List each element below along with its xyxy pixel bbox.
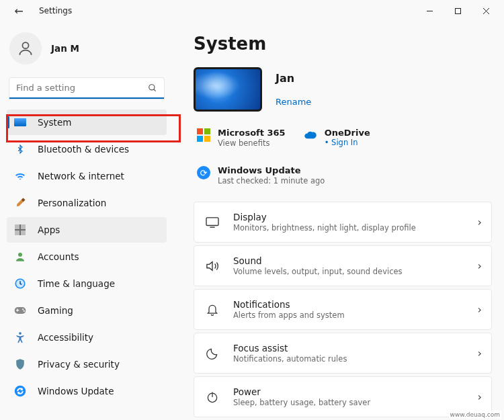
svg-point-11	[24, 310, 25, 312]
windows-update-icon: ⟳	[196, 165, 211, 180]
back-button[interactable]: ←	[11, 5, 27, 17]
sound-icon	[204, 257, 221, 275]
card-title: Display	[233, 212, 478, 222]
svg-point-7	[18, 253, 22, 257]
nav-label: Apps	[38, 224, 60, 235]
ms365-title: Microsoft 365	[218, 128, 286, 138]
onedrive-status[interactable]: OneDrive • Sign In	[303, 128, 370, 148]
sidebar-item-windows-update[interactable]: Windows Update	[7, 378, 167, 404]
card-sound[interactable]: SoundVolume levels, output, input, sound…	[194, 245, 492, 286]
ms365-icon	[196, 128, 211, 142]
nav-label: Network & internet	[38, 171, 124, 181]
gaming-icon	[13, 304, 27, 317]
svg-point-13	[15, 386, 26, 397]
nav-label: Personalization	[38, 198, 106, 208]
card-notifications[interactable]: NotificationsAlerts from apps and system…	[194, 289, 492, 330]
window-title: Settings	[39, 6, 72, 15]
svg-point-10	[22, 308, 24, 310]
ms365-status[interactable]: Microsoft 365 View benefits	[196, 128, 286, 148]
card-title: Notifications	[233, 299, 478, 310]
sidebar-item-apps[interactable]: Apps	[7, 217, 167, 243]
onedrive-signin[interactable]: • Sign In	[325, 138, 370, 147]
brush-icon	[13, 196, 27, 210]
device-summary: Jan Rename	[194, 67, 492, 112]
display-icon	[204, 214, 221, 231]
device-name: Jan	[276, 72, 311, 85]
nav-label: Bluetooth & devices	[38, 144, 129, 155]
watermark: www.deuaq.com	[449, 411, 501, 419]
svg-point-5	[149, 85, 155, 90]
close-button[interactable]	[472, 1, 500, 20]
sidebar-item-accessibility[interactable]: Accessibility	[7, 325, 167, 350]
sidebar-item-system[interactable]: System	[7, 110, 167, 135]
update-icon	[13, 384, 27, 398]
apps-icon	[13, 223, 27, 237]
search-input[interactable]	[9, 78, 164, 99]
system-icon	[13, 116, 27, 129]
avatar	[9, 32, 42, 65]
card-sub: Sleep, battery usage, battery saver	[233, 398, 478, 407]
chevron-right-icon: ›	[478, 390, 482, 403]
moon-icon	[204, 345, 221, 362]
card-title: Focus assist	[233, 343, 478, 353]
card-title: Sound	[233, 255, 478, 266]
card-power[interactable]: PowerSleep, battery usage, battery saver…	[194, 376, 492, 417]
bluetooth-icon	[13, 142, 27, 156]
rename-link[interactable]: Rename	[276, 97, 311, 107]
svg-point-12	[19, 332, 22, 335]
card-sub: Alerts from apps and system	[233, 310, 478, 320]
accounts-icon	[13, 250, 27, 263]
chevron-right-icon: ›	[478, 347, 482, 360]
nav-label: Accounts	[38, 251, 79, 262]
sidebar-item-accounts[interactable]: Accounts	[7, 244, 167, 269]
main-content: System Jan Rename Microsoft 365 View ben…	[173, 22, 504, 420]
user-name: Jan M	[51, 43, 79, 54]
clock-icon	[13, 277, 27, 290]
wifi-icon	[13, 169, 27, 183]
sidebar-item-network[interactable]: Network & internet	[7, 163, 167, 189]
search-box[interactable]	[9, 78, 164, 99]
maximize-button[interactable]	[444, 1, 472, 20]
svg-rect-14	[206, 217, 218, 225]
svg-line-6	[154, 89, 156, 91]
card-sub: Volume levels, output, input, sound devi…	[233, 267, 478, 276]
card-sub: Monitors, brightness, night light, displ…	[233, 223, 478, 233]
nav-label: Gaming	[38, 305, 73, 316]
search-icon	[148, 83, 157, 93]
profile-block[interactable]: Jan M	[9, 32, 164, 65]
card-focus-assist[interactable]: Focus assistNotifications, automatic rul…	[194, 333, 492, 374]
sidebar-item-bluetooth[interactable]: Bluetooth & devices	[7, 136, 167, 162]
svg-rect-1	[455, 8, 460, 13]
ms365-sub: View benefits	[218, 138, 286, 148]
wu-sub: Last checked: 1 minute ago	[218, 176, 325, 185]
device-wallpaper-thumb[interactable]	[194, 67, 262, 112]
bell-icon	[204, 301, 221, 319]
nav-label: Time & language	[38, 278, 115, 289]
sidebar-item-time[interactable]: Time & language	[7, 271, 167, 296]
onedrive-icon	[303, 128, 318, 142]
chevron-right-icon: ›	[478, 259, 482, 272]
wu-title: Windows Update	[218, 165, 325, 175]
sidebar: Jan M System Bluetooth & devices	[0, 22, 173, 420]
nav-label: System	[38, 117, 71, 128]
card-display[interactable]: DisplayMonitors, brightness, night light…	[194, 202, 492, 243]
card-title: Power	[233, 386, 478, 397]
accessibility-icon	[13, 331, 27, 344]
card-sub: Notifications, automatic rules	[233, 354, 478, 364]
windows-update-status[interactable]: ⟳ Windows Update Last checked: 1 minute …	[196, 165, 492, 185]
power-icon	[204, 388, 221, 406]
onedrive-title: OneDrive	[325, 128, 370, 138]
nav-label: Accessibility	[38, 332, 93, 343]
minimize-button[interactable]	[415, 1, 444, 20]
nav-list: System Bluetooth & devices Network & int…	[7, 110, 167, 404]
nav-label: Privacy & security	[38, 359, 120, 370]
shield-icon	[13, 358, 27, 371]
nav-label: Windows Update	[38, 386, 114, 396]
sidebar-item-privacy[interactable]: Privacy & security	[7, 351, 167, 377]
chevron-right-icon: ›	[478, 216, 482, 228]
sidebar-item-gaming[interactable]: Gaming	[7, 298, 167, 323]
page-title: System	[194, 34, 492, 54]
title-bar: ← Settings	[0, 0, 504, 22]
svg-point-4	[22, 42, 28, 48]
sidebar-item-personalization[interactable]: Personalization	[7, 190, 167, 216]
